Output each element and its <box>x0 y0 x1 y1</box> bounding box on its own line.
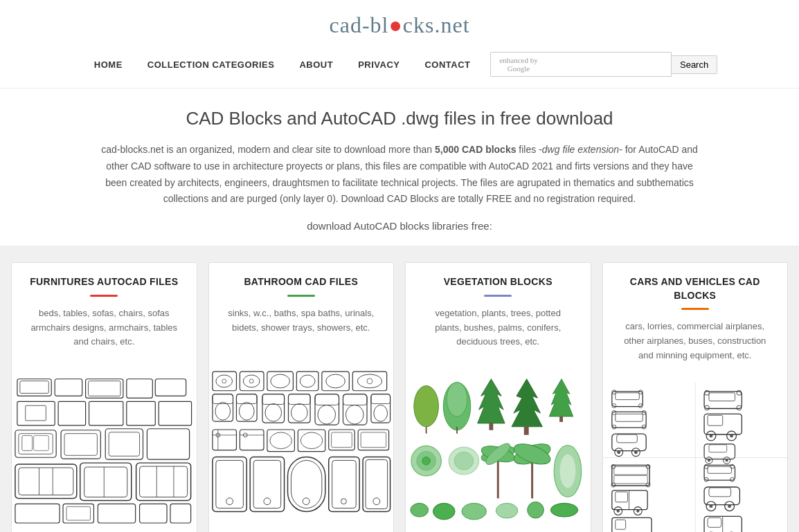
svg-rect-9 <box>58 401 85 425</box>
google-label: enhanced by Google <box>496 56 541 73</box>
svg-rect-74 <box>370 394 390 404</box>
svg-point-130 <box>411 504 429 517</box>
svg-rect-60 <box>262 394 284 423</box>
svg-rect-1 <box>20 381 48 394</box>
svg-rect-189 <box>615 520 625 529</box>
card-bathroom-header: BATHROOM CAD FILES sinks, w.c., baths, s… <box>209 263 394 353</box>
svg-rect-115 <box>559 416 563 422</box>
svg-point-186 <box>616 509 619 512</box>
svg-point-204 <box>709 504 712 508</box>
svg-point-43 <box>243 375 260 387</box>
svg-point-129 <box>559 454 576 488</box>
svg-rect-79 <box>240 430 264 450</box>
search-input[interactable] <box>544 59 665 69</box>
card-cars-header: CARS AND VEHICLES CAD BLOCKS cars, lorri… <box>603 263 788 381</box>
desc-middle: files - <box>516 144 541 155</box>
svg-rect-18 <box>64 434 97 456</box>
svg-rect-65 <box>288 394 310 405</box>
svg-rect-75 <box>212 430 236 450</box>
card-cars-description: cars, lorries, commercial airplanes, oth… <box>614 320 777 374</box>
card-vegetation-title: VEGETATION BLOCKS <box>417 275 580 289</box>
svg-rect-151 <box>616 434 637 443</box>
svg-rect-20 <box>109 432 139 457</box>
svg-rect-26 <box>80 463 132 500</box>
card-vegetation[interactable]: VEGETATION BLOCKS vegetation, plants, tr… <box>405 262 591 532</box>
svg-rect-5 <box>127 379 153 398</box>
card-cars-image <box>603 381 788 532</box>
title-dot: ● <box>388 12 402 37</box>
svg-rect-96 <box>287 457 325 512</box>
svg-rect-156 <box>704 392 742 409</box>
svg-point-40 <box>215 375 232 387</box>
svg-rect-139 <box>615 393 639 400</box>
svg-rect-102 <box>363 457 390 512</box>
svg-point-83 <box>269 432 291 449</box>
svg-rect-30 <box>140 466 188 497</box>
svg-point-61 <box>264 404 281 422</box>
bathroom-svg <box>209 353 394 532</box>
svg-rect-29 <box>136 463 191 500</box>
card-cars-underline <box>681 308 709 310</box>
svg-point-101 <box>341 499 346 504</box>
svg-point-154 <box>617 450 620 454</box>
card-bathroom[interactable]: BATHROOM CAD FILES sinks, w.c., baths, s… <box>208 262 395 532</box>
desc-bold: 5,000 CAD blocks <box>435 144 517 155</box>
svg-point-70 <box>345 405 363 425</box>
svg-rect-90 <box>212 457 246 512</box>
svg-rect-94 <box>253 461 280 508</box>
svg-rect-201 <box>708 488 730 497</box>
svg-point-131 <box>433 504 455 520</box>
svg-rect-12 <box>159 401 191 425</box>
svg-rect-175 <box>613 466 647 475</box>
nav-contact[interactable]: CONTACT <box>412 54 483 75</box>
nav-collection-categories[interactable]: COLLECTION CATEGORIES <box>135 54 287 75</box>
nav-home[interactable]: HOME <box>82 54 135 75</box>
svg-point-67 <box>317 405 335 425</box>
card-furnitures[interactable]: FURNITURES AUTOCAD FILES beds, tables, s… <box>11 262 197 532</box>
svg-point-48 <box>300 375 315 387</box>
svg-rect-84 <box>298 430 325 452</box>
card-bathroom-description: sinks, w.c., baths, spa baths, urinals, … <box>220 306 383 347</box>
svg-rect-35 <box>66 506 91 520</box>
svg-marker-112 <box>512 379 542 427</box>
svg-rect-3 <box>86 379 123 398</box>
card-furnitures-header: FURNITURES AUTOCAD FILES beds, tables, s… <box>12 263 197 367</box>
svg-point-50 <box>325 374 345 388</box>
nav-privacy[interactable]: PRIVACY <box>345 54 412 75</box>
main-nav: HOME COLLECTION CATEGORIES ABOUT PRIVACY… <box>14 48 785 81</box>
svg-point-41 <box>222 379 226 383</box>
svg-point-118 <box>422 457 431 465</box>
svg-rect-72 <box>370 394 390 423</box>
desc-italic: dwg file extension <box>542 144 619 155</box>
svg-rect-195 <box>708 466 732 473</box>
hero-description: cad-blocks.net is an organized, modern a… <box>95 142 704 208</box>
svg-point-108 <box>447 383 467 416</box>
card-cars[interactable]: CARS AND VEHICLES CAD BLOCKS cars, lorri… <box>602 262 789 532</box>
svg-marker-110 <box>478 379 505 423</box>
svg-rect-144 <box>611 412 645 428</box>
svg-point-155 <box>634 450 637 454</box>
svg-point-166 <box>709 434 712 437</box>
svg-rect-16 <box>34 436 49 451</box>
svg-rect-99 <box>328 457 359 512</box>
search-button[interactable]: Search <box>672 55 717 74</box>
svg-rect-68 <box>314 394 339 405</box>
search-input-wrapper: enhanced by Google <box>490 52 672 77</box>
card-bathroom-underline <box>287 295 315 297</box>
card-furnitures-underline <box>90 295 118 297</box>
svg-rect-23 <box>19 468 73 495</box>
svg-point-92 <box>226 498 233 505</box>
svg-point-105 <box>414 386 439 427</box>
svg-rect-63 <box>288 394 310 423</box>
svg-rect-36 <box>98 504 135 524</box>
svg-point-135 <box>550 504 577 517</box>
svg-rect-176 <box>613 475 647 484</box>
site-header: cad-bl●cks.net HOME COLLECTION CATEGORIE… <box>0 0 799 89</box>
svg-rect-19 <box>105 429 143 459</box>
svg-rect-138 <box>611 392 642 407</box>
svg-point-187 <box>636 509 639 512</box>
furniture-svg <box>12 367 197 532</box>
svg-rect-69 <box>343 394 367 425</box>
nav-about[interactable]: ABOUT <box>287 54 345 75</box>
cards-grid: FURNITURES AUTOCAD FILES beds, tables, s… <box>11 262 788 532</box>
